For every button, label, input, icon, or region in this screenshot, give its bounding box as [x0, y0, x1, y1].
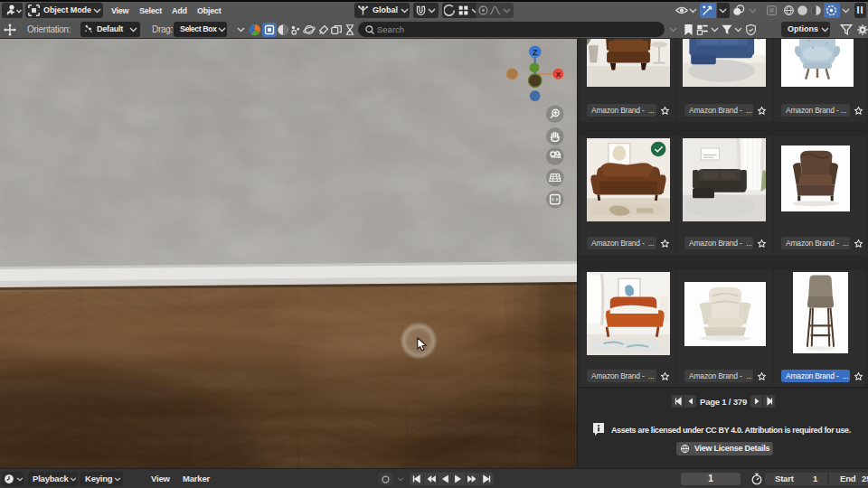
svg-text:X: X: [556, 70, 561, 79]
svg-text:Z: Z: [533, 48, 538, 57]
